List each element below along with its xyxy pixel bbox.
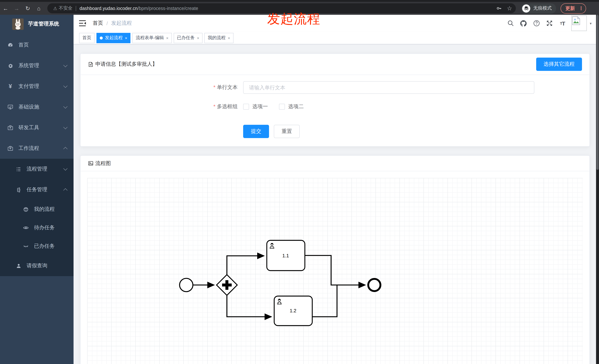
workflow-submenu: 流程管理 任务管理 我的流程 待办任务 [0,159,73,276]
face-icon [23,206,29,212]
checkbox-label: 选项一 [252,103,268,110]
bpmn-parallel-gateway[interactable] [217,275,237,295]
bpmn-canvas[interactable]: 1.1 1.2 [87,178,583,364]
choose-other-process-button[interactable]: 选择其它流程 [536,58,582,71]
tab-close-icon[interactable]: × [197,36,199,40]
update-label: 更新 [565,5,575,12]
tab-done-tasks[interactable]: 已办任务 × [174,33,203,43]
avatar-caret-icon[interactable]: ▾ [590,21,592,25]
browser-refresh-button[interactable]: ↻ [22,5,33,12]
submit-button[interactable]: 提交 [243,125,269,138]
sidebar-item-my-process[interactable]: 我的流程 [0,200,73,219]
browser-menu-icon[interactable]: ⋮ [579,7,583,10]
browser-update-button[interactable]: 更新 ⋮ [561,3,586,13]
browser-home-button[interactable]: ⌂ [33,5,44,11]
tab-close-icon[interactable]: × [228,36,230,40]
browser-back-button[interactable]: ← [0,5,11,11]
security-warning-icon[interactable]: ⚠ [53,6,57,11]
form-actions: 提交 重置 [243,125,589,138]
sidebar-item-workflow[interactable]: 工作流程 [0,138,73,159]
hierarchy-icon [16,187,21,193]
tab-label: 流程表单-编辑 [136,35,164,41]
field-label-single-line-text: *单行文本 [80,84,238,91]
checkbox-icon[interactable] [279,104,285,110]
sidebar-item-done-tasks[interactable]: 已办任务 [0,237,73,255]
fullscreen-icon[interactable] [546,20,553,27]
logo-row[interactable]: 芋道管理系统 [0,15,73,33]
flow-gateway-to-task2[interactable] [227,295,271,317]
github-icon[interactable] [520,20,527,27]
sidebar-item-label: 流程管理 [26,166,47,172]
sidebar-item-home[interactable]: 首页 [0,35,73,55]
flow-task2-to-join[interactable] [312,285,337,317]
sidebar-item-label: 研发工具 [18,124,39,131]
process-diagram-header: 流程图 [80,156,589,171]
sidebar-item-todo-tasks[interactable]: 待办任务 [0,219,73,237]
bookmark-star-icon[interactable]: ☆ [507,5,512,12]
font-size-icon[interactable]: TT [559,20,566,27]
logo-avatar [12,18,24,30]
tab-my-process[interactable]: 我的流程 × [204,33,234,43]
chevron-down-icon [63,125,68,129]
flow-task1-to-end[interactable] [305,255,365,285]
checkbox-option-1[interactable]: 选项一 [243,103,268,110]
apply-info-title: 申请信息【测试多审批人】 [95,61,158,68]
sidebar-item-label: 基础设施 [18,104,39,110]
tab-label: 首页 [82,35,91,41]
breadcrumb-home[interactable]: 首页 [93,20,103,26]
tab-process-form-edit[interactable]: 流程表单-编辑 × [132,33,172,43]
eye-closed-icon [23,243,29,249]
monitor-icon [7,104,13,110]
sidebar-item-task-mgmt[interactable]: 任务管理 [0,179,73,200]
bpmn-end-event[interactable] [368,279,380,291]
checkbox-label: 选项二 [288,103,304,110]
security-label[interactable]: 不安全 [59,5,73,11]
sidebar-item-infra[interactable]: 基础设施 [0,97,73,117]
single-line-text-input[interactable] [243,81,534,94]
sidebar-item-label: 首页 [18,42,29,48]
top-navbar: 首页 / 发起流程 T [73,15,596,32]
password-key-icon[interactable] [496,6,502,11]
task-label: 1.2 [290,308,296,313]
chevron-down-icon [63,104,68,109]
sidebar-item-label: 待办任务 [34,224,55,231]
sidebar-item-process-mgmt[interactable]: 流程管理 [0,159,73,179]
checkbox-option-2[interactable]: 选项二 [279,103,304,110]
flow-gateway-to-task1[interactable] [227,256,264,275]
tab-label: 已办任务 [177,35,195,41]
checkbox-icon[interactable] [243,104,249,110]
document-icon [88,61,94,67]
page-scrollbar[interactable] [596,15,599,364]
sidebar-item-system[interactable]: 系统管理 [0,55,73,76]
required-mark: * [213,84,215,90]
tab-home[interactable]: 首页 [79,33,95,43]
gear-icon [7,63,13,69]
avatar[interactable] [571,16,587,31]
sidebar-menu: 首页 系统管理 ¥ 支付管理 基础设施 [0,35,73,276]
app-title: 芋道管理系统 [28,21,59,27]
breadcrumb: 首页 / 发起流程 [93,20,132,26]
help-icon[interactable] [533,20,540,27]
browser-tabstrip [0,0,599,2]
form-row-text: *单行文本 [80,81,589,94]
bpmn-start-event[interactable] [180,278,193,292]
browser-forward-button[interactable]: → [11,5,22,11]
tab-close-icon[interactable]: × [125,36,127,40]
bpmn-user-task-1-1[interactable]: 1.1 [267,240,305,271]
bpmn-user-task-1-2[interactable]: 1.2 [274,296,312,326]
reset-button[interactable]: 重置 [274,125,300,138]
sidebar-item-devtools[interactable]: 研发工具 [0,117,73,138]
tab-close-icon[interactable]: × [166,36,168,40]
sidebar-item-leave-query[interactable]: 请假查询 [0,255,73,276]
screenshot-stage: ← → ↻ ⌂ ⚠ 不安全 dashboard.yudao.iocoder.cn… [0,0,599,364]
tab-start-process[interactable]: 发起流程 × [97,33,131,43]
app-root: 芋道管理系统 首页 系统管理 ¥ 支付管理 [0,15,599,364]
navbar-actions: TT ▾ [502,15,592,32]
sidebar-collapse-icon[interactable] [79,20,86,26]
required-mark: * [213,103,215,109]
tab-active-dot [100,36,103,39]
omnibox-divider [76,6,76,11]
search-icon[interactable] [507,20,514,27]
scrollbar-thumb[interactable] [596,15,599,170]
sidebar-item-payment[interactable]: ¥ 支付管理 [0,76,73,97]
